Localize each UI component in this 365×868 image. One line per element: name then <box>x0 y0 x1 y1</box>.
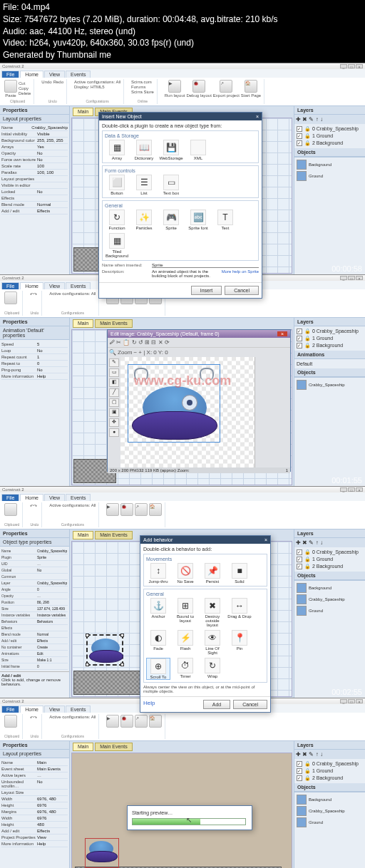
prop-row[interactable]: GlobalNo <box>1 567 68 574</box>
prop-row[interactable]: Background color255, 255, 255 <box>1 138 68 144</box>
start-page-button[interactable]: 🏠Start Page <box>241 80 261 98</box>
prop-row[interactable]: Instance variablesInstance variables <box>1 612 68 619</box>
prop-row[interactable]: Force own textureNo <box>1 157 68 163</box>
prop-row[interactable]: Layout properties <box>1 176 68 182</box>
tab-events[interactable]: Events <box>66 71 91 78</box>
rect-tool-icon[interactable]: ▢ <box>109 398 119 407</box>
tab-file[interactable]: File <box>1 282 19 289</box>
maximize-icon[interactable]: □ <box>348 699 355 703</box>
object-item[interactable]: Background <box>296 794 364 805</box>
bug-icon[interactable]: 🐞 <box>120 715 133 728</box>
layer-item[interactable]: 🔒 1 Ground <box>296 335 364 342</box>
tab-file[interactable]: File <box>1 71 19 78</box>
tab-layout[interactable]: Main <box>73 319 93 328</box>
plugin-item[interactable]: ↕Jump-thru <box>146 563 170 584</box>
prop-row[interactable]: SizeMake 1:1 <box>1 657 68 663</box>
close-icon[interactable]: × <box>356 699 363 703</box>
minimize-icon[interactable]: _ <box>340 276 347 280</box>
plugin-item[interactable]: 🔤Sprite font <box>186 210 210 230</box>
undo-button[interactable]: ↶↷ <box>30 291 38 296</box>
close-icon[interactable]: × <box>356 487 363 492</box>
line-tool-icon[interactable]: ╱ <box>109 388 119 397</box>
checkbox-icon[interactable] <box>297 564 302 569</box>
tab-main-events[interactable]: Main Events <box>95 743 133 751</box>
run-button[interactable]: ▶Run layout <box>165 80 185 98</box>
picker-tool-icon[interactable]: ✥ <box>109 418 119 427</box>
plugin-item[interactable]: 💾WebStorage <box>159 140 183 160</box>
prop-row[interactable]: Position86, 298 <box>1 599 68 606</box>
tab-view[interactable]: View <box>44 282 65 289</box>
plugin-item[interactable]: 🚫No Save <box>173 563 197 584</box>
maximize-icon[interactable]: □ <box>348 276 355 280</box>
selected-sprite[interactable] <box>86 634 123 666</box>
tab-events[interactable]: Events <box>66 282 91 289</box>
export-button[interactable]: ↗Export project <box>213 80 240 98</box>
prop-row[interactable]: Scale rate100 <box>1 163 68 170</box>
plugin-item[interactable]: TText <box>213 210 237 230</box>
plugin-item[interactable]: ■Solid <box>227 563 252 584</box>
prop-row[interactable]: Margins6976, 480 <box>1 809 68 815</box>
tab-home[interactable]: Home <box>20 282 43 289</box>
maximize-icon[interactable]: □ <box>348 64 355 68</box>
prop-row[interactable]: UID… <box>1 561 68 567</box>
debug-button[interactable]: 🐞Debug layout <box>186 80 211 98</box>
prop-row[interactable]: BehaviorsBehaviors <box>1 619 68 625</box>
layer-item[interactable]: 🔒 1 Ground <box>296 556 364 563</box>
prop-row[interactable]: Initial visibilityVisible <box>1 131 68 138</box>
tab-events[interactable]: Events <box>66 494 91 501</box>
prop-row[interactable]: PluginSprite <box>1 554 68 561</box>
insert-button[interactable]: Insert <box>191 286 222 295</box>
prop-row[interactable]: Height480 <box>1 822 68 828</box>
layer-item[interactable]: 🔒 2 Background <box>296 140 364 147</box>
prop-row[interactable]: Angle0 <box>1 587 68 593</box>
checkbox-icon[interactable] <box>297 329 302 334</box>
copy-button[interactable]: Copy <box>19 86 31 91</box>
name-input[interactable]: Sprite <box>152 263 259 268</box>
layer-item[interactable]: 🔒 0 Crabby_Spaceship <box>296 328 364 335</box>
object-item[interactable]: Background <box>296 582 364 594</box>
store-link[interactable]: Scirra Store <box>131 90 154 94</box>
minimize-icon[interactable]: _ <box>340 487 347 492</box>
checkbox-icon[interactable] <box>297 761 302 767</box>
play-icon[interactable]: ▶ <box>106 503 119 516</box>
prop-row[interactable]: Size137.674, 128.499 <box>1 606 68 612</box>
plugin-item[interactable]: ⏱Timer <box>173 658 197 680</box>
home-icon[interactable]: 🏠 <box>149 715 162 728</box>
fill-tool-icon[interactable]: ▣ <box>109 408 119 417</box>
minimize-icon[interactable]: _ <box>340 699 347 703</box>
tab-file[interactable]: File <box>1 494 19 501</box>
tab-events[interactable]: Events <box>66 706 91 713</box>
layer-item[interactable]: 🔒 1 Ground <box>296 768 364 775</box>
plugin-item[interactable]: ▦Array <box>105 140 129 160</box>
prop-row[interactable]: More informationHelp <box>1 841 68 847</box>
prop-row[interactable]: Blend modeNormal <box>1 202 68 208</box>
plugin-item[interactable]: XML <box>186 140 210 160</box>
prop-row[interactable]: Visible in editor <box>1 182 68 189</box>
plugin-item[interactable]: ⚓Anchor <box>146 598 170 627</box>
prop-row[interactable]: LoopNo <box>1 348 68 354</box>
help-link[interactable]: Help <box>143 700 155 709</box>
layer-item[interactable]: 🔒 2 Background <box>296 342 364 349</box>
add-button[interactable]: Add <box>203 700 230 709</box>
plugin-item[interactable]: ☰List <box>132 175 156 195</box>
tab-home[interactable]: Home <box>20 71 43 78</box>
prop-row[interactable]: Effects <box>1 625 68 631</box>
layer-item[interactable]: 🔒 0 Crabby_Spaceship <box>296 549 364 556</box>
object-item[interactable]: Crabby_Spaceship <box>296 805 364 817</box>
tab-layout[interactable]: Main <box>73 743 93 751</box>
checkbox-icon[interactable] <box>297 343 302 348</box>
tab-home[interactable]: Home <box>20 706 43 713</box>
paste-icon[interactable] <box>4 291 17 304</box>
checkbox-icon[interactable] <box>297 775 302 781</box>
prop-row[interactable]: Height6976 <box>1 802 68 809</box>
cut-button[interactable]: Cut <box>19 81 31 86</box>
export-icon[interactable]: ↗ <box>135 715 148 728</box>
tab-home[interactable]: Home <box>20 494 43 501</box>
prop-row[interactable]: Width6976, 480 <box>1 796 68 802</box>
plugin-item[interactable]: ↔Drag & Drop <box>227 598 252 627</box>
obj-item[interactable]: Crabby_Spaceship <box>296 379 364 391</box>
close-icon[interactable]: × <box>256 114 259 119</box>
plugin-item[interactable]: 📖Dictionary <box>132 140 156 160</box>
prop-row[interactable]: Repeat to0 <box>1 361 68 367</box>
delete-button[interactable]: Delete <box>19 91 31 95</box>
